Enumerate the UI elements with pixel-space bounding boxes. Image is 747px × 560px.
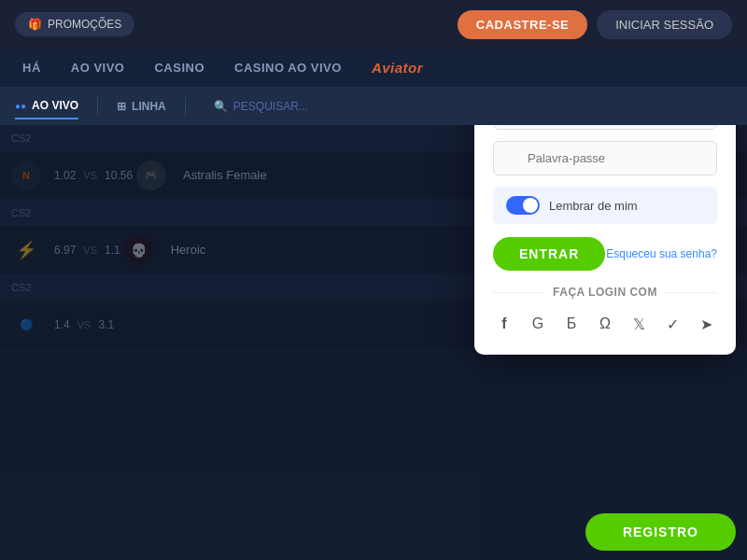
toggle-thumb <box>523 198 538 213</box>
email-input-group: 👤 <box>493 125 717 130</box>
sub-nav-divider2 <box>185 97 186 116</box>
nav-item-aviator[interactable]: Aviator <box>359 49 436 87</box>
search-icon: 🔍 <box>214 100 228 113</box>
entrar-button[interactable]: ENTRAR <box>493 237 605 271</box>
linha-icon: ⊞ <box>117 100 126 113</box>
nav-item-ha[interactable]: HÁ <box>9 49 54 87</box>
password-input-group: 🔒 <box>493 141 717 175</box>
social-google-button[interactable]: G <box>527 310 549 338</box>
social-divider: FAÇA LOGIN COM <box>493 286 717 299</box>
registro-label: REGISTRO <box>623 525 698 539</box>
divider-line-left <box>493 292 545 293</box>
sub-nav-search[interactable]: 🔍 PESQUISAR... <box>214 100 308 113</box>
ok-icon: Ω <box>599 315 611 332</box>
check-icon: ✓ <box>667 315 679 333</box>
sub-nav: ●● AO VIVO ⊞ LINHA 🔍 PESQUISAR... <box>0 88 747 125</box>
entrar-label: ENTRAR <box>519 246 579 261</box>
promo-button[interactable]: 🎁 PROMOÇÕES <box>15 12 134 36</box>
nav-item-casino-ao-vivo[interactable]: CASINO AO VIVO <box>221 49 355 87</box>
social-odnoklassniki-button[interactable]: Ω <box>594 310 616 338</box>
cadastre-label: CADASTRE-SE <box>476 18 569 32</box>
remember-toggle[interactable] <box>506 196 540 215</box>
sub-nav-divider <box>97 97 98 116</box>
social-row: f G Б Ω 𝕏 ✓ ➤ <box>493 310 717 338</box>
promo-label: PROMOÇÕES <box>48 18 121 31</box>
sub-nav-linha[interactable]: ⊞ LINHA <box>117 94 166 119</box>
cadastre-button[interactable]: CADASTRE-SE <box>458 10 587 39</box>
telegram-icon: ➤ <box>700 315 712 333</box>
password-input[interactable] <box>493 141 717 175</box>
social-twitter-button[interactable]: 𝕏 <box>627 310 650 338</box>
social-label: FAÇA LOGIN COM <box>553 286 657 299</box>
social-telegram-button[interactable]: ➤ <box>695 310 717 338</box>
google-icon: G <box>532 315 543 332</box>
forgot-password-link[interactable]: Esqueceu sua senha? <box>606 247 717 260</box>
vk-icon: Б <box>567 315 577 332</box>
remember-label: Lembrar de mim <box>549 199 638 213</box>
password-input-wrapper: 🔒 <box>493 141 717 175</box>
login-modal: 👤 FAÇA LOGIN NO SITE 👤 🔒 Lembrar de mim <box>474 125 736 355</box>
remember-row: Lembrar de mim <box>493 187 717 224</box>
main-nav: HÁ AO VIVO CASINO CASINO AO VIVO Aviator <box>0 49 747 88</box>
email-input[interactable] <box>493 125 717 130</box>
social-check-button[interactable]: ✓ <box>661 310 684 338</box>
iniciar-label: INICIAR SESSÃO <box>615 18 713 32</box>
nav-item-casino[interactable]: CASINO <box>141 49 218 87</box>
email-input-wrapper: 👤 <box>493 125 717 130</box>
sub-nav-linha-label: LINHA <box>132 100 166 113</box>
gift-icon: 🎁 <box>28 18 42 31</box>
registry-bar: REGISTRO <box>585 513 736 560</box>
content-area: CS2 V1 X V2 ∨ N 1.02 VS 10.56 🎮 Astralis… <box>0 125 747 560</box>
nav-item-ao-vivo[interactable]: AO VIVO <box>58 49 138 87</box>
sub-nav-ao-vivo[interactable]: ●● AO VIVO <box>15 93 78 119</box>
header-left: 🎁 PROMOÇÕES <box>15 12 134 36</box>
sub-nav-ao-vivo-label: AO VIVO <box>32 99 78 112</box>
header: 🎁 PROMOÇÕES CADASTRE-SE INICIAR SESSÃO <box>0 0 747 49</box>
search-label: PESQUISAR... <box>233 100 308 113</box>
header-right: CADASTRE-SE INICIAR SESSÃO <box>458 10 732 39</box>
iniciar-sessao-button[interactable]: INICIAR SESSÃO <box>597 10 732 39</box>
registro-button[interactable]: REGISTRO <box>585 513 736 551</box>
action-row: ENTRAR Esqueceu sua senha? <box>493 237 717 271</box>
twitter-icon: 𝕏 <box>633 315 645 333</box>
social-vk-button[interactable]: Б <box>560 310 583 338</box>
facebook-icon: f <box>501 315 506 332</box>
divider-line-right <box>665 292 717 293</box>
live-icon: ●● <box>15 101 26 111</box>
social-facebook-button[interactable]: f <box>493 310 515 338</box>
